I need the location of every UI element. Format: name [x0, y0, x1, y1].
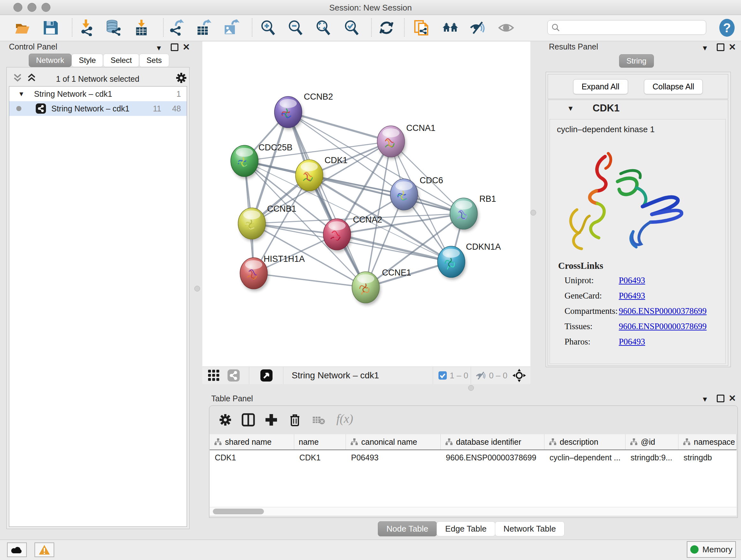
column-header--id[interactable]: @id [625, 434, 678, 449]
export-table-icon[interactable] [195, 19, 212, 36]
hidden-eye-icon[interactable] [475, 371, 486, 380]
export-image-icon[interactable] [223, 19, 239, 36]
string-network-graph[interactable]: CCNB2 CCNA1 CDC25B CDK1 CDC6 R [202, 42, 530, 367]
table-cell[interactable]: stringdb:9... [625, 453, 678, 462]
delete-column-icon[interactable] [288, 413, 302, 427]
tab-edge-table[interactable]: Edge Table [436, 521, 495, 537]
tab-string[interactable]: String [619, 54, 654, 68]
left-splitter-handle[interactable] [194, 286, 200, 292]
column-header-description[interactable]: description [544, 434, 625, 449]
tab-sets[interactable]: Sets [139, 54, 169, 67]
table-panel-menu-icon[interactable]: ▼ [701, 395, 709, 403]
toolbar-separator [283, 367, 283, 384]
duplicate-network-icon[interactable] [414, 19, 430, 36]
selected-checkbox-icon[interactable] [438, 371, 447, 380]
node-CDC25B[interactable]: CDC25B [231, 143, 293, 179]
network-collection-row[interactable]: ▼ String Network – cdk1 1 [9, 86, 187, 101]
hide-selected-icon[interactable] [469, 19, 486, 36]
network-share-view-icon[interactable] [227, 369, 240, 382]
column-header-database-identifier[interactable]: database identifier [441, 434, 544, 449]
search-box[interactable] [547, 20, 706, 35]
search-input[interactable] [560, 23, 695, 32]
control-panel-float-icon[interactable] [171, 44, 179, 51]
shared-column-icon [445, 438, 453, 446]
column-header-canonical-name[interactable]: canonical name [346, 434, 441, 449]
table-panel-close-icon[interactable]: ✕ [729, 393, 736, 403]
table-gear-icon[interactable] [218, 413, 232, 427]
tab-select[interactable]: Select [103, 54, 139, 67]
tab-network-table[interactable]: Network Table [495, 521, 564, 537]
import-network-icon[interactable] [78, 19, 95, 36]
save-session-icon[interactable] [42, 19, 59, 36]
table-cell[interactable]: CDK1 [294, 453, 346, 462]
table-panel-title: Table Panel [211, 394, 253, 403]
bottom-splitter-handle[interactable] [468, 385, 474, 391]
collection-name: String Network – cdk1 [34, 89, 112, 99]
crosslink-link[interactable]: P06493 [619, 337, 645, 347]
show-columns-icon[interactable] [241, 413, 255, 427]
control-panel-close-icon[interactable]: ✕ [183, 42, 190, 52]
table-cell[interactable]: P06493 [346, 453, 441, 462]
function-builder-icon: f(x) [336, 412, 353, 426]
import-database-icon[interactable] [105, 19, 122, 36]
table-cell[interactable]: stringdb [678, 453, 737, 462]
cloud-button[interactable] [7, 543, 27, 557]
node-CCNA1[interactable]: CCNA1 [377, 123, 435, 159]
results-panel-float-icon[interactable] [717, 44, 724, 51]
network-canvas[interactable]: CCNB2 CCNA1 CDC25B CDK1 CDC6 R [202, 42, 530, 367]
crosslink-link[interactable]: P06493 [619, 291, 645, 301]
edge-CCNE1-HIST1H1A [254, 273, 366, 287]
column-header-shared-name[interactable]: shared name [210, 434, 294, 449]
crosslink-link[interactable]: P06493 [619, 275, 645, 286]
collapse-all-button[interactable]: Collapse All [644, 79, 703, 94]
collection-expander-icon[interactable]: ▼ [18, 90, 24, 98]
crosslink-row: GeneCard:P06493 [564, 291, 725, 301]
table-cell[interactable]: 9606.ENSP00000378699 [441, 453, 544, 462]
table-row[interactable]: CDK1CDK1P064939606.ENSP00000378699cyclin… [210, 450, 737, 465]
column-header-name[interactable]: name [294, 434, 346, 449]
grid-view-icon[interactable] [207, 369, 220, 382]
gear-icon[interactable] [175, 72, 187, 84]
table-cell[interactable]: cyclin–dependent ... [544, 453, 625, 462]
node-CCNB2[interactable]: CCNB2 [274, 92, 333, 130]
refresh-icon[interactable] [378, 19, 395, 36]
table-cell[interactable]: CDK1 [210, 453, 294, 462]
node-RB1[interactable]: RB1 [450, 194, 496, 232]
crosslink-link[interactable]: 9606.ENSP00000378699 [619, 306, 706, 316]
results-panel-close-icon[interactable]: ✕ [729, 42, 736, 52]
gene-expander-icon[interactable]: ▼ [567, 105, 574, 113]
crosslink-label: Tissues: [564, 321, 619, 331]
node-CDKN1A[interactable]: CDKN1A [437, 242, 501, 280]
zoom-out-icon[interactable] [287, 19, 304, 36]
open-session-icon[interactable] [14, 19, 30, 36]
control-panel-menu-icon[interactable]: ▼ [155, 44, 162, 52]
zoom-fit-icon[interactable] [315, 19, 332, 36]
right-splitter-handle[interactable] [530, 210, 536, 215]
export-network-icon[interactable] [167, 19, 184, 36]
shared-column-icon [549, 438, 556, 446]
column-header-namespace[interactable]: namespace [678, 434, 737, 449]
memory-button[interactable]: Memory [687, 541, 736, 558]
zoom-selected-icon[interactable] [343, 19, 360, 36]
expand-all-button[interactable]: Expand All [573, 79, 628, 94]
scrollbar-thumb[interactable] [213, 509, 264, 514]
warning-button[interactable] [35, 543, 54, 557]
table-horizontal-scrollbar[interactable] [210, 507, 737, 516]
current-network-dot-icon [16, 106, 21, 111]
fit-selected-crosshair-icon[interactable] [513, 369, 526, 382]
network-row[interactable]: String Network – cdk1 11 48 [9, 101, 187, 116]
tab-node-table[interactable]: Node Table [378, 521, 437, 537]
crosslink-link[interactable]: 9606.ENSP00000378699 [619, 321, 706, 331]
birds-eye-view-icon[interactable] [260, 369, 273, 382]
import-table-icon[interactable] [133, 19, 150, 36]
tab-network[interactable]: Network [29, 54, 71, 67]
results-panel-menu-icon[interactable]: ▼ [701, 44, 709, 52]
add-column-icon[interactable] [264, 413, 278, 427]
node-HIST1H1A[interactable]: HIST1H1A [240, 254, 305, 291]
tab-style[interactable]: Style [71, 54, 103, 67]
node-CCNE1[interactable]: CCNE1 [352, 268, 411, 305]
help-button[interactable]: ? [719, 19, 735, 37]
zoom-in-icon[interactable] [260, 19, 276, 36]
table-panel-float-icon[interactable] [717, 395, 724, 402]
first-neighbors-icon[interactable] [442, 19, 459, 36]
